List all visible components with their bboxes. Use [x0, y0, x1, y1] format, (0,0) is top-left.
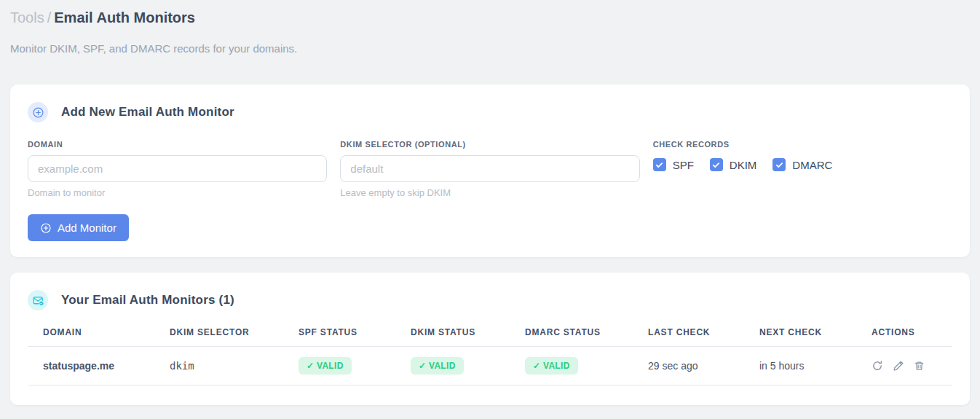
add-monitor-form: DOMAIN Domain to monitor DKIM SELECTOR (…	[28, 140, 952, 198]
column-header-domain: DOMAIN	[28, 320, 170, 347]
checkbox-checked-icon	[710, 158, 723, 171]
domain-input[interactable]	[28, 155, 327, 182]
monitors-card-header: Your Email Auth Monitors (1)	[28, 290, 952, 310]
column-header-dkim-status: DKIM STATUS	[411, 320, 525, 347]
checkbox-checked-icon	[653, 158, 666, 171]
check-records-options: SPF DKIM DMARC	[653, 158, 952, 171]
monitor-next-check: in 5 hours	[759, 347, 872, 385]
column-header-actions: ACTIONS	[872, 320, 952, 347]
domain-field-helper: Domain to monitor	[28, 187, 327, 198]
domain-field-group: DOMAIN Domain to monitor	[28, 140, 327, 198]
delete-icon[interactable]	[914, 360, 925, 372]
add-monitor-button[interactable]: Add Monitor	[28, 214, 129, 241]
add-monitor-button-label: Add Monitor	[58, 222, 116, 234]
checkbox-spf[interactable]: SPF	[653, 158, 694, 171]
checkbox-dmarc-label: DMARC	[792, 159, 832, 171]
check-records-label: CHECK RECORDS	[653, 140, 952, 149]
checkbox-dkim[interactable]: DKIM	[710, 158, 757, 171]
dkim-selector-field-label: DKIM SELECTOR (OPTIONAL)	[340, 140, 639, 149]
refresh-icon[interactable]	[872, 360, 883, 372]
add-monitor-card-title: Add New Email Auth Monitor	[61, 105, 234, 120]
circle-plus-icon	[28, 102, 48, 122]
check-records-group: CHECK RECORDS SPF DKIM	[653, 140, 952, 198]
breadcrumb: Tools/Email Auth Monitors	[10, 9, 970, 26]
add-monitor-card: Add New Email Auth Monitor DOMAIN Domain…	[10, 85, 970, 257]
monitors-list-card: Your Email Auth Monitors (1) DOMAIN DKIM…	[10, 273, 970, 405]
column-header-dkim-selector: DKIM SELECTOR	[170, 320, 299, 347]
dkim-selector-input[interactable]	[340, 155, 639, 182]
domain-field-label: DOMAIN	[28, 140, 327, 149]
add-monitor-card-header: Add New Email Auth Monitor	[28, 102, 952, 122]
checkbox-dmarc[interactable]: DMARC	[772, 158, 832, 171]
monitor-dkim-selector: dkim	[170, 347, 299, 385]
column-header-next-check: NEXT CHECK	[759, 320, 872, 347]
monitors-table: DOMAIN DKIM SELECTOR SPF STATUS DKIM STA…	[28, 320, 952, 385]
breadcrumb-tools-link[interactable]: Tools	[10, 9, 44, 26]
monitor-domain: statuspage.me	[28, 347, 170, 385]
checkbox-checked-icon	[772, 158, 786, 171]
monitors-card-title: Your Email Auth Monitors (1)	[61, 293, 234, 308]
checkbox-spf-label: SPF	[673, 159, 694, 171]
spf-status-badge: ✓ VALID	[299, 357, 352, 375]
edit-icon[interactable]	[893, 360, 904, 372]
envelope-check-icon	[28, 290, 48, 310]
email-auth-monitors-page: Tools/Email Auth Monitors Monitor DKIM, …	[0, 0, 980, 405]
dkim-selector-field-helper: Leave empty to skip DKIM	[340, 187, 639, 198]
row-actions	[872, 360, 952, 372]
circle-plus-icon	[40, 222, 52, 234]
dkim-selector-field-group: DKIM SELECTOR (OPTIONAL) Leave empty to …	[340, 140, 639, 198]
column-header-last-check: LAST CHECK	[648, 320, 759, 347]
table-row: statuspage.me dkim ✓ VALID ✓ VALID ✓ VAL…	[28, 347, 952, 385]
dkim-status-badge: ✓ VALID	[411, 357, 464, 375]
table-header-row: DOMAIN DKIM SELECTOR SPF STATUS DKIM STA…	[28, 320, 952, 347]
monitor-last-check: 29 sec ago	[648, 347, 759, 385]
breadcrumb-separator: /	[44, 9, 55, 26]
checkbox-dkim-label: DKIM	[730, 159, 757, 171]
dmarc-status-badge: ✓ VALID	[525, 357, 578, 375]
column-header-dmarc-status: DMARC STATUS	[525, 320, 648, 347]
column-header-spf-status: SPF STATUS	[299, 320, 411, 347]
page-subtitle: Monitor DKIM, SPF, and DMARC records for…	[10, 42, 970, 55]
page-title: Email Auth Monitors	[54, 9, 195, 26]
